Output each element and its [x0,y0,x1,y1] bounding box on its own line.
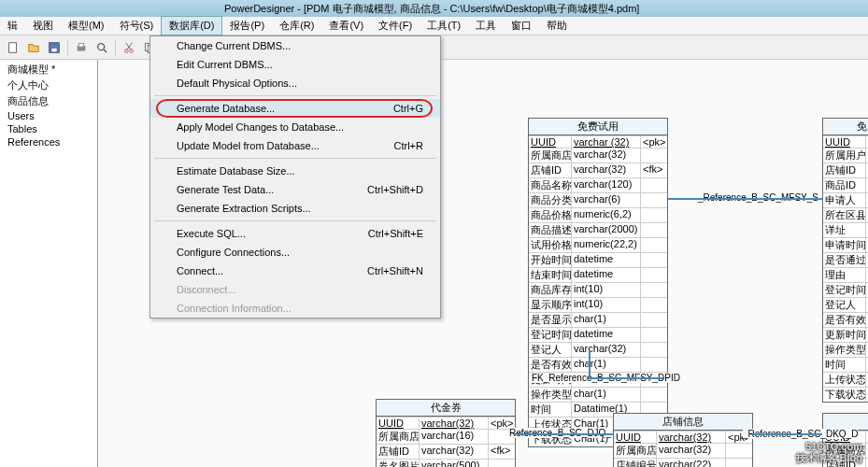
table-row: 登记人varchar(32) [823,297,868,312]
open-icon[interactable] [24,38,43,57]
table-row: 显示顺序int(10) [529,297,667,312]
menu-item[interactable]: 工具 [468,17,504,35]
db-table[interactable]: 代金券UUIDvarchar(32)<pk>所属商店varchar(16)店铺I… [376,399,516,467]
table-row: 更新时间datetime [823,327,868,342]
tree-item[interactable]: Tables [2,122,95,135]
table-title: 店铺信息 [614,414,752,431]
db-table[interactable]: 免费试用申请人UUIDvarchar(32)<pk>所属用户varchar(32… [822,118,868,403]
table-row: 试用价格numeric(22,2) [529,237,667,252]
table-row: 商品分类varchar(6) [529,192,667,207]
svg-point-7 [125,49,129,52]
table-row: UUIDvarchar (32)<pk> [529,135,667,148]
find-icon[interactable] [92,38,111,57]
table-row: 商品库存int(10) [529,282,667,297]
table-row: 店铺IDvarchar(32) [823,163,868,177]
svg-line-6 [104,49,107,52]
menu-item[interactable]: Generate Database...Ctrl+G [150,99,440,118]
table-row: 商品名称varchar(120) [529,177,667,192]
menu-item[interactable]: 文件(F) [371,17,420,35]
svg-point-8 [130,49,134,52]
table-row: 登记时间datetime [823,282,868,297]
menu-item[interactable]: 仓库(R) [272,17,321,35]
table-row: 操作类型char(1) [529,387,667,402]
sidebar[interactable]: 商城模型 * 个人中心 商品信息 Users Tables References [0,60,98,467]
table-title: 代金券 [377,400,515,417]
svg-rect-0 [9,42,17,52]
table-row: 所属用户varchar(32) [823,148,868,163]
tree-item[interactable]: 商品信息 [2,93,95,109]
menu-item[interactable]: Execute SQL...Ctrl+Shift+E [150,224,440,243]
watermark: 51CTO.com 技术博客 Blog [796,436,863,463]
menu-bar[interactable]: 辑视图模型(M)符号(S)数据库(D)报告(P)仓库(R)查看(V)文件(F)工… [0,17,868,35]
table-row: 上传状态Char(1) [823,372,868,387]
table-row: 券名图片varchar(500) [377,459,515,467]
menu-item[interactable]: Estimate Database Size... [150,162,440,180]
menu-item[interactable]: 符号(S) [112,17,162,35]
menu-item[interactable]: Apply Model Changes to Database... [150,118,440,136]
table-row: 时间Datatime(1) [823,357,868,372]
tree-item[interactable]: Users [2,109,95,122]
table-row: 所在区县char(6) [823,207,868,222]
save-icon[interactable] [45,38,64,57]
table-title: 免费试用申请人 [823,119,868,135]
table-row: 是否显示char(1) [529,312,667,327]
table-row: 申请人varchar(40) [823,192,868,207]
table-row: 是否有效char(1) [529,357,667,372]
menu-item[interactable]: Connect...Ctrl+Shift+N [150,262,440,280]
menu-item: Disconnect... [150,280,440,299]
relationship-line [752,433,822,435]
menu-item[interactable]: Configure Connections... [150,243,440,262]
menu-item[interactable]: 数据库(D) [161,16,222,35]
table-row: 下载状态Char(1) [823,387,868,402]
tree-item[interactable]: 商城模型 * [2,62,95,78]
table-row: 店铺IDvarchar(32)<fk> [529,163,667,177]
print-icon[interactable] [72,38,91,57]
table-row: 是否通过char(1) [823,252,868,267]
menu-item[interactable]: Update Model from Database...Ctrl+R [150,136,440,155]
database-menu-dropdown[interactable]: Change Current DBMS...Edit Current DBMS.… [149,35,441,318]
new-icon[interactable] [4,38,22,57]
table-row: 操作类型char(1) [823,342,868,357]
tree-item[interactable]: References [2,135,95,149]
table-row: 商品IDvarchar(32)<fk> [823,177,868,192]
relationship-line [515,433,613,435]
tree-item[interactable]: 个人中心 [2,78,95,93]
relationship-line [668,198,822,200]
table-row: UUIDvarchar(32)<pk> [377,417,515,429]
menu-item[interactable]: 帮助 [539,17,575,35]
table-row: 店铺编号varchar(22) [614,458,752,467]
menu-separator [154,95,436,96]
table-row: 商品价格numeric(6,2) [529,207,667,222]
menu-item[interactable]: Change Current DBMS... [150,36,440,55]
cut-icon[interactable] [120,38,138,57]
menu-item[interactable]: 辑 [0,17,25,35]
menu-item[interactable]: 报告(P) [222,17,272,35]
table-row: 理由varchar(1000) [823,267,868,282]
table-row: UUIDvarchar(32)<pk> [614,431,752,443]
db-table[interactable]: 免费试用UUIDvarchar (32)<pk>所属商店varchar(32)店… [528,118,668,447]
db-table[interactable]: 店铺信息UUIDvarchar(32)<pk>所属商店varchar(32)店铺… [613,413,753,467]
menu-item[interactable]: Edit Current DBMS... [150,55,440,74]
table-row: 结束时间datetime [529,267,667,282]
table-row: UUIDvarchar(32)<pk> [823,135,868,148]
table-row: 所属商店varchar(32) [614,443,752,458]
menu-item[interactable]: 视图 [25,17,61,35]
menu-item[interactable]: 查看(V) [321,17,371,35]
menu-item[interactable]: Generate Test Data...Ctrl+Shift+D [150,180,440,199]
table-row: 登记时间datetime [529,327,667,342]
table-row: 开始时间datetime [529,252,667,267]
svg-point-5 [98,43,105,50]
menu-separator [154,158,436,159]
menu-item[interactable]: 窗口 [504,17,539,35]
svg-rect-4 [78,43,83,47]
table-row: 详址varchar(200) [823,222,868,237]
title-bar: PowerDesigner - [PDM 电子商城模型, 商品信息 - C:\U… [0,0,868,17]
svg-rect-2 [51,48,56,51]
menu-item[interactable]: 模型(M) [61,17,112,35]
menu-item[interactable]: 工具(T) [420,17,468,35]
table-row: 所属商店varchar(16) [377,429,515,444]
menu-item[interactable]: Generate Extraction Scripts... [150,199,440,218]
menu-item[interactable]: Default Physical Options... [150,74,440,92]
menu-item: Connection Information... [150,299,440,318]
menu-separator [154,220,436,221]
